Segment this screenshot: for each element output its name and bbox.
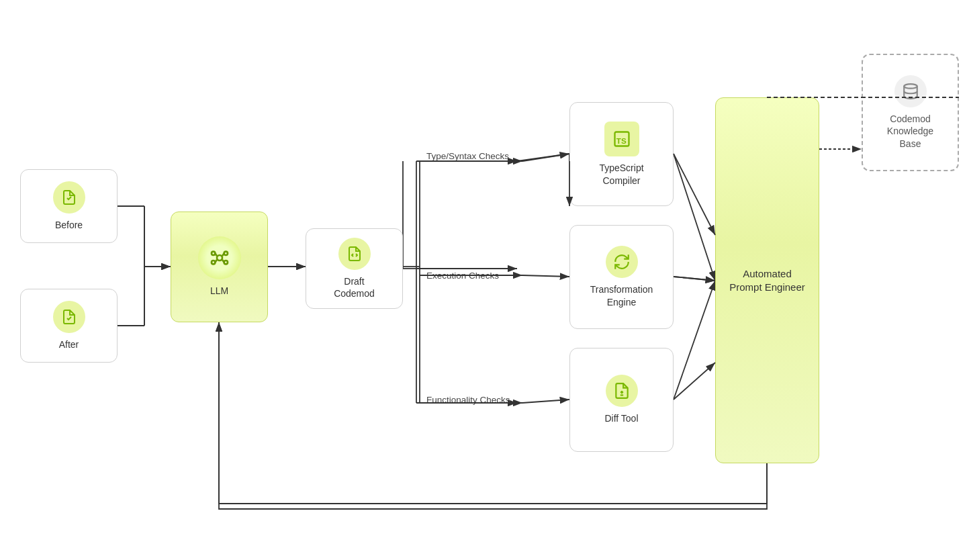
svg-line-26 [215, 254, 217, 256]
svg-point-21 [217, 255, 222, 261]
transformation-engine-label: Transformation Engine [590, 283, 653, 308]
draft-codemod-icon-circle [338, 238, 371, 270]
transformation-engine-node: Transformation Engine [569, 225, 674, 329]
svg-point-22 [212, 252, 215, 255]
svg-line-18 [674, 281, 715, 400]
svg-text:TS: TS [616, 136, 626, 145]
before-icon-circle [53, 181, 85, 214]
svg-line-17 [674, 277, 715, 281]
svg-line-56 [522, 275, 569, 277]
draft-codemod-label: Draft Codemod [334, 275, 375, 299]
automated-prompt-engineer-label: Automated Prompt Engineer [729, 267, 805, 293]
automated-prompt-engineer-node: Automated Prompt Engineer [715, 97, 819, 463]
codemod-kb-icon-circle [894, 75, 927, 107]
execution-checks-label: Execution Checks [426, 271, 499, 281]
diagram-container: Before After LLM [0, 0, 967, 560]
typescript-compiler-node: TS TypeScript Compiler [569, 102, 674, 206]
type-syntax-checks-label: Type/Syntax Checks [426, 151, 509, 161]
llm-label: LLM [210, 285, 228, 297]
diff-tool-icon-circle [606, 375, 638, 407]
svg-point-25 [224, 261, 227, 264]
llm-node: LLM [171, 212, 268, 322]
svg-point-23 [224, 252, 227, 255]
after-label: After [59, 338, 79, 351]
svg-line-28 [215, 260, 217, 263]
typescript-icon-circle: TS [604, 122, 639, 156]
svg-line-50 [674, 154, 715, 235]
after-icon-circle [53, 301, 85, 333]
svg-line-57 [522, 400, 569, 403]
svg-line-16 [674, 154, 715, 281]
typescript-compiler-label: TypeScript Compiler [599, 162, 643, 186]
before-label: Before [55, 219, 83, 231]
before-node: Before [20, 169, 118, 243]
after-node: After [20, 289, 118, 363]
draft-codemod-node: Draft Codemod [306, 228, 403, 309]
svg-line-13 [517, 154, 569, 161]
svg-line-29 [222, 260, 224, 263]
diff-tool-label: Diff Tool [604, 412, 638, 424]
transformation-engine-icon-circle [606, 246, 638, 278]
diff-tool-node: Diff Tool [569, 348, 674, 452]
svg-line-52 [674, 363, 715, 400]
codemod-knowledge-base-node: Codemod Knowledge Base [862, 54, 959, 171]
svg-line-55 [522, 154, 569, 161]
llm-icon-circle [198, 236, 241, 279]
svg-point-35 [904, 84, 917, 89]
svg-point-24 [212, 261, 215, 264]
svg-line-27 [222, 254, 224, 256]
functionality-checks-label: Functionality Checks [426, 395, 510, 405]
codemod-kb-label: Codemod Knowledge Base [887, 113, 933, 150]
svg-line-51 [674, 277, 715, 281]
